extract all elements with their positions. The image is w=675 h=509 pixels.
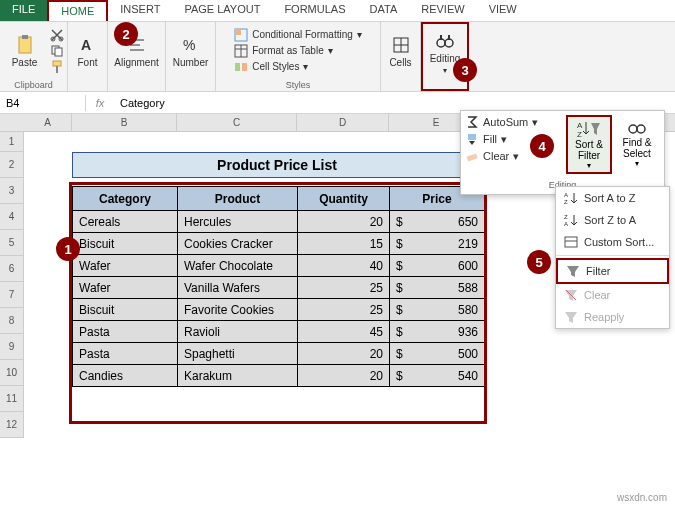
cell[interactable]: 25	[298, 277, 390, 299]
sort-z-a-item[interactable]: ZASort Z to A	[556, 209, 669, 231]
svg-rect-14	[235, 29, 241, 35]
row-header[interactable]: 2	[0, 152, 24, 178]
clear-filter-item: Clear	[556, 284, 669, 306]
header-category[interactable]: Category	[73, 187, 178, 211]
row-header[interactable]: 7	[0, 282, 24, 308]
cell[interactable]: 20	[298, 211, 390, 233]
row-header[interactable]: 11	[0, 386, 24, 412]
cells-label: Cells	[389, 57, 411, 68]
autosum-button[interactable]: AutoSum ▾	[465, 115, 562, 129]
cell[interactable]: $600	[390, 255, 485, 277]
autosum-label: AutoSum	[483, 116, 528, 128]
cell[interactable]: $540	[390, 365, 485, 387]
sort-filter-button[interactable]: AZ Sort & Filter▾	[566, 115, 612, 174]
row-header[interactable]: 10	[0, 360, 24, 386]
cells-button[interactable]: Cells	[380, 24, 422, 78]
filter-item[interactable]: Filter	[556, 258, 669, 284]
cell[interactable]: Vanilla Wafers	[178, 277, 298, 299]
sort-a-z-item[interactable]: AZSort A to Z	[556, 187, 669, 209]
row-header[interactable]: 5	[0, 230, 24, 256]
format-as-table-button[interactable]: Format as Table ▾	[234, 44, 362, 58]
header-quantity[interactable]: Quantity	[298, 187, 390, 211]
svg-point-24	[445, 39, 453, 47]
cond-format-icon	[234, 28, 248, 42]
cell[interactable]: Wafer	[73, 277, 178, 299]
cell[interactable]: Biscuit	[73, 233, 178, 255]
formula-bar[interactable]: Category	[114, 95, 675, 111]
callout-4: 4	[530, 134, 554, 158]
cell-styles-icon	[234, 60, 248, 74]
col-header-c[interactable]: C	[177, 114, 297, 131]
cell[interactable]: Favorite Cookies	[178, 299, 298, 321]
tab-review[interactable]: REVIEW	[409, 0, 476, 21]
cell[interactable]: Cookies Cracker	[178, 233, 298, 255]
tab-insert[interactable]: INSERT	[108, 0, 172, 21]
cell[interactable]: $650	[390, 211, 485, 233]
custom-sort-item[interactable]: Custom Sort...	[556, 231, 669, 253]
cell[interactable]: Pasta	[73, 343, 178, 365]
row-header[interactable]: 4	[0, 204, 24, 230]
conditional-formatting-button[interactable]: Conditional Formatting ▾	[234, 28, 362, 42]
title-cell[interactable]: Product Price List	[72, 152, 482, 178]
find-select-label: Find & Select	[616, 137, 658, 159]
paste-label: Paste	[12, 57, 38, 68]
tab-home[interactable]: HOME	[47, 0, 108, 21]
header-product[interactable]: Product	[178, 187, 298, 211]
cell[interactable]: 45	[298, 321, 390, 343]
cell[interactable]: 40	[298, 255, 390, 277]
row-header[interactable]: 3	[0, 178, 24, 204]
tab-file[interactable]: FILE	[0, 0, 47, 21]
cell[interactable]: Spaghetti	[178, 343, 298, 365]
svg-rect-25	[440, 35, 442, 40]
row-header[interactable]: 9	[0, 334, 24, 360]
alignment-label: Alignment	[114, 57, 158, 68]
cell[interactable]: 15	[298, 233, 390, 255]
tab-view[interactable]: VIEW	[477, 0, 529, 21]
cell[interactable]: Candies	[73, 365, 178, 387]
cell[interactable]: $580	[390, 299, 485, 321]
cell[interactable]: Hercules	[178, 211, 298, 233]
cell[interactable]: Pasta	[73, 321, 178, 343]
cell[interactable]: 20	[298, 365, 390, 387]
col-header-a[interactable]: A	[24, 114, 72, 131]
cell[interactable]: $936	[390, 321, 485, 343]
cell[interactable]: $219	[390, 233, 485, 255]
col-header-d[interactable]: D	[297, 114, 389, 131]
clipboard-icon	[15, 35, 35, 55]
cf-label: Conditional Formatting	[252, 29, 353, 40]
find-select-button[interactable]: Find & Select▾	[614, 115, 660, 174]
copy-icon[interactable]	[50, 44, 64, 58]
cut-icon[interactable]	[50, 28, 64, 42]
svg-text:A: A	[564, 192, 568, 198]
cell[interactable]: Wafer	[73, 255, 178, 277]
name-box[interactable]: B4	[0, 95, 86, 111]
svg-text:A: A	[564, 221, 568, 227]
svg-rect-7	[56, 66, 58, 73]
tab-data[interactable]: DATA	[358, 0, 410, 21]
cell[interactable]: Wafer Chocolate	[178, 255, 298, 277]
tab-pagelayout[interactable]: PAGE LAYOUT	[172, 0, 272, 21]
row-header[interactable]: 1	[0, 132, 24, 152]
tab-formulas[interactable]: FORMULAS	[272, 0, 357, 21]
svg-text:%: %	[183, 37, 195, 53]
cell[interactable]: $588	[390, 277, 485, 299]
cell[interactable]: 25	[298, 299, 390, 321]
font-button[interactable]: AFont	[67, 24, 109, 78]
cell[interactable]: 20	[298, 343, 390, 365]
cell[interactable]: Karakum	[178, 365, 298, 387]
cell-styles-button[interactable]: Cell Styles ▾	[234, 60, 362, 74]
row-header[interactable]: 6	[0, 256, 24, 282]
number-button[interactable]: %Number	[170, 24, 212, 78]
cell[interactable]: $500	[390, 343, 485, 365]
paste-button[interactable]: Paste	[4, 24, 46, 78]
cell[interactable]: Biscuit	[73, 299, 178, 321]
cell[interactable]: Cereals	[73, 211, 178, 233]
row-header[interactable]: 8	[0, 308, 24, 334]
cell[interactable]: Ravioli	[178, 321, 298, 343]
number-label: Number	[173, 57, 209, 68]
col-header-b[interactable]: B	[72, 114, 177, 131]
format-painter-icon[interactable]	[50, 60, 64, 74]
fx-label[interactable]: fx	[86, 97, 114, 109]
row-header[interactable]: 12	[0, 412, 24, 438]
cs-label: Cell Styles	[252, 61, 299, 72]
